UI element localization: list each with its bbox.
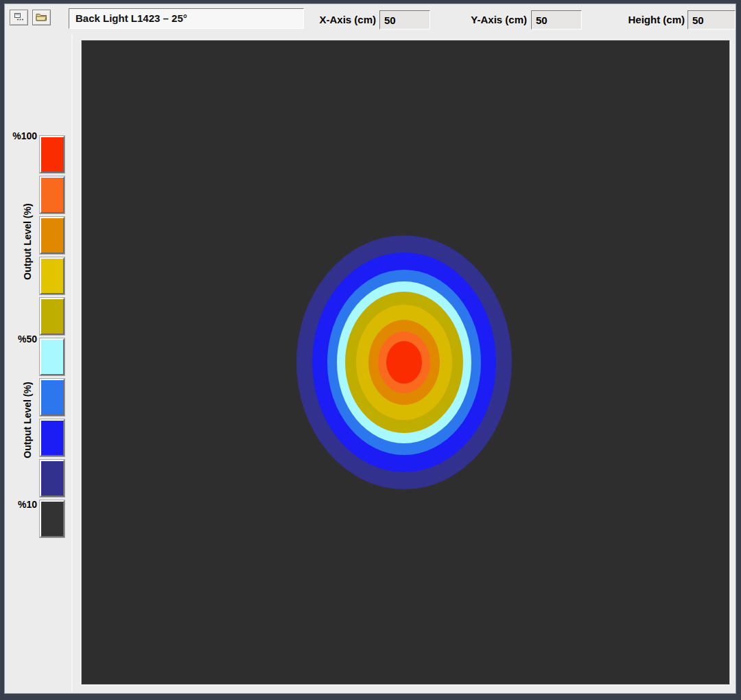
open-file-button[interactable] bbox=[32, 10, 51, 25]
y-axis-label: Y-Axis (cm) bbox=[453, 12, 527, 27]
legend-swatch-5 bbox=[40, 338, 64, 375]
legend-color-scale bbox=[40, 136, 66, 541]
legend-swatch-6 bbox=[40, 379, 64, 416]
legend-swatch-1 bbox=[40, 176, 64, 213]
y-axis-input[interactable] bbox=[531, 10, 582, 30]
height-label: Height (cm) bbox=[602, 12, 685, 27]
legend-swatch-7 bbox=[40, 419, 64, 456]
open-folder-icon bbox=[36, 12, 47, 23]
x-axis-input[interactable] bbox=[379, 10, 430, 30]
legend-swatch-3 bbox=[40, 257, 64, 294]
legend-swatch-0 bbox=[40, 136, 64, 173]
legend-swatch-8 bbox=[40, 460, 64, 497]
legend-swatch-4 bbox=[40, 298, 64, 335]
legend-tick-100: %100 bbox=[5, 130, 37, 141]
beam-ring-100 bbox=[386, 341, 422, 384]
light-model-field[interactable]: Back Light L1423 – 25° bbox=[69, 8, 304, 29]
legend-swatch-2 bbox=[40, 217, 64, 254]
height-input[interactable] bbox=[687, 10, 736, 30]
beam-plot-svg bbox=[82, 40, 729, 684]
output-level-axis-label-lower: Output Level (%) bbox=[22, 364, 33, 476]
x-axis-label: X-Axis (cm) bbox=[302, 12, 376, 27]
panel-divider bbox=[71, 34, 73, 692]
app-window-icon bbox=[14, 12, 24, 23]
legend-tick-50: %50 bbox=[5, 334, 37, 345]
beam-intensity-plot bbox=[81, 40, 730, 685]
output-level-axis-label-upper: Output Level (%) bbox=[22, 185, 33, 298]
legend-tick-10: %10 bbox=[5, 499, 37, 510]
app-window-button[interactable] bbox=[10, 10, 28, 25]
legend-swatch-9 bbox=[40, 500, 64, 537]
